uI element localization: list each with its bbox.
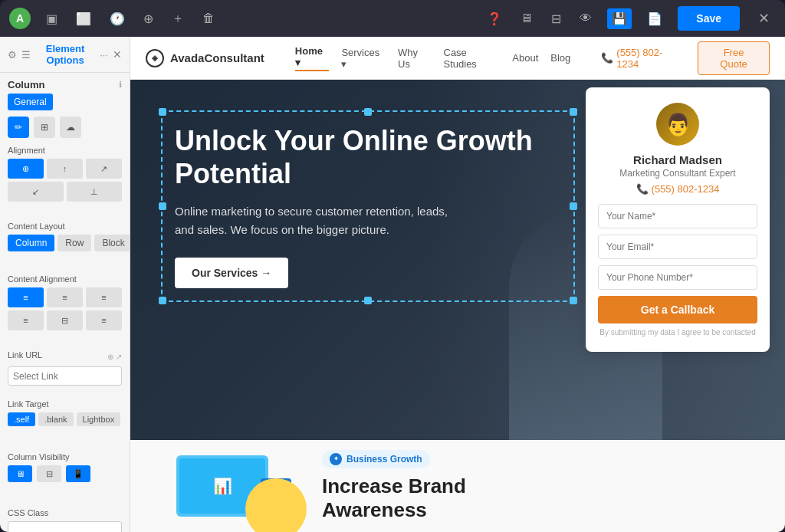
help-icon[interactable]: ❓ (484, 8, 505, 29)
bottom-illustration: 📊 (161, 448, 299, 524)
alignment-section: Alignment ⊕ ↑ ↗ ↙ ⊥ (0, 146, 130, 209)
close-editor-button[interactable]: ✕ (752, 7, 776, 30)
pages-icon[interactable]: ⬜ (73, 8, 94, 29)
content-align-spread[interactable]: ⊟ (47, 310, 83, 330)
panel-title: Element Options (35, 43, 95, 66)
align-bottom-left[interactable]: ↙ (8, 182, 64, 202)
save-button[interactable]: Save (678, 6, 740, 31)
toolbar-logo[interactable]: A (9, 8, 31, 29)
logo-text: AvadaConsultant (170, 51, 264, 64)
hero-cta-button[interactable]: Our Services → (175, 258, 288, 288)
top-toolbar: A ▣ ⬜ 🕐 ⊕ ＋ 🗑 ❓ 🖥 ⊟ 👁 💾 📄 Save ✕ (0, 0, 785, 37)
align-top-left[interactable]: ⊕ (8, 159, 44, 179)
handle-top-right[interactable] (570, 108, 577, 116)
link-url-section: Link URL ⊕ ↗ 🔗 (0, 350, 130, 399)
section-info-icon[interactable]: ℹ (119, 80, 122, 90)
tab-icon-pen[interactable]: ✏ (8, 117, 29, 138)
alignment-label: Alignment (8, 146, 122, 155)
hero-title: Unlock Your Online Growth Potential (175, 124, 561, 190)
align-top-right[interactable]: ↗ (86, 159, 122, 179)
handle-top-left[interactable] (159, 108, 166, 116)
panel-more-button[interactable]: ··· (100, 49, 108, 61)
tab-general[interactable]: General (8, 94, 53, 110)
nav-phone: 📞 (555) 802-1234 (601, 47, 682, 70)
hero-subtitle: Online marketing to secure customer rete… (175, 202, 451, 239)
export-icon[interactable]: 📄 (644, 8, 665, 29)
nav-services[interactable]: Services ▾ (341, 47, 386, 70)
nav-home[interactable]: Home ▾ (295, 45, 330, 71)
target-self-btn[interactable]: .self (8, 412, 35, 426)
content-align-grid2: ≡ ⊟ ≡ (8, 310, 122, 330)
card-name-input[interactable] (598, 204, 757, 228)
handle-bottom-center[interactable] (364, 297, 372, 304)
align-bottom-right[interactable]: ⊥ (67, 182, 123, 202)
card-disclaimer: By submitting my data I agree to be cont… (598, 328, 757, 337)
layout-block-btn[interactable]: Block (94, 235, 130, 251)
handle-top-center[interactable] (364, 108, 372, 116)
hero-selected-box[interactable]: Unlock Your Online Growth Potential Onli… (161, 110, 575, 302)
consultant-title: Marketing Consultant Expert (598, 168, 757, 179)
handle-middle-left[interactable] (159, 202, 166, 210)
vis-tablet-btn[interactable]: ⊟ (37, 465, 61, 482)
panel-close-button[interactable]: ✕ (113, 48, 122, 61)
target-blank-btn[interactable]: .blank (38, 412, 73, 426)
handle-bottom-left[interactable] (159, 297, 166, 304)
card-callback-button[interactable]: Get a Callback (598, 296, 757, 323)
content-align-right[interactable]: ≡ (86, 287, 122, 307)
bottom-badge: ✦ Business Growth (322, 450, 430, 468)
save-draft-icon[interactable]: 💾 (607, 8, 632, 29)
content-alignment-section: Content Alignment ≡ ≡ ≡ ≡ ⊟ ≡ (0, 274, 130, 338)
tablet-icon[interactable]: ⊟ (548, 8, 564, 29)
css-class-input[interactable] (8, 521, 122, 532)
css-class-section: CSS Class (0, 508, 130, 532)
alignment-grid: ⊕ ↑ ↗ (8, 159, 122, 179)
vis-desktop-btn[interactable]: 🖥 (8, 465, 32, 482)
content-align-center[interactable]: ≡ (47, 287, 83, 307)
layers-icon[interactable]: ⊕ (140, 8, 156, 29)
card-phone-input[interactable] (598, 265, 757, 290)
target-lightbox-btn[interactable]: Lightbox (77, 412, 121, 426)
left-panel: ⚙ ☰ Element Options ··· ✕ Column ℹ Gener… (0, 37, 130, 532)
layout-row-btn[interactable]: Row (57, 235, 91, 251)
nav-why-us[interactable]: Why Us (398, 47, 431, 70)
layout-column-btn[interactable]: Column (8, 235, 54, 251)
alignment-row2: ↙ ⊥ (8, 182, 122, 202)
content-layout-label: Content Layout (8, 222, 122, 231)
nav-case-studies[interactable]: Case Studies (444, 47, 501, 70)
preview-icon[interactable]: 👁 (576, 8, 595, 28)
handle-middle-right[interactable] (570, 202, 577, 210)
site-navbar: ◈ AvadaConsultant Home ▾ Services ▾ Why … (130, 37, 785, 80)
link-url-input[interactable] (13, 371, 128, 382)
content-align-left[interactable]: ≡ (8, 287, 44, 307)
hero-section: Unlock Your Online Growth Potential Onli… (130, 80, 785, 440)
main-layout: ⚙ ☰ Element Options ··· ✕ Column ℹ Gener… (0, 37, 785, 532)
nav-about[interactable]: About (512, 52, 538, 64)
tab-icon-cloud[interactable]: ☁ (60, 117, 81, 138)
main-tabs-row: General (0, 94, 130, 110)
link-target-label: Link Target (8, 399, 122, 409)
add-element-icon[interactable]: ＋ (169, 8, 187, 30)
link-url-label-row: Link URL ⊕ ↗ (8, 350, 122, 363)
desktop-icon[interactable]: 🖥 (517, 8, 536, 28)
free-quote-button[interactable]: Free Quote (698, 41, 770, 75)
content-align-grid1: ≡ ≡ ≡ (8, 287, 122, 307)
vis-mobile-btn[interactable]: 📱 (66, 465, 90, 482)
nav-blog[interactable]: Blog (550, 52, 570, 64)
history-icon[interactable]: 🕐 (107, 8, 128, 29)
content-align-justify[interactable]: ≡ (8, 310, 44, 330)
delete-icon[interactable]: 🗑 (199, 8, 218, 28)
handle-bottom-right[interactable] (570, 297, 577, 304)
align-top-center[interactable]: ↑ (47, 159, 83, 179)
content-align-full[interactable]: ≡ (86, 310, 122, 330)
badge-icon: ✦ (330, 453, 342, 465)
link-url-actions[interactable]: ⊕ ↗ (107, 353, 122, 361)
consultant-avatar: 👨 (656, 103, 699, 146)
sidebar-toggle-icon[interactable]: ▣ (43, 8, 61, 29)
panel-list-icon[interactable]: ☰ (21, 49, 31, 61)
panel-gear-icon[interactable]: ⚙ (8, 49, 17, 61)
tab-icon-grid[interactable]: ⊞ (34, 117, 55, 138)
card-email-input[interactable] (598, 235, 757, 259)
link-target-section: Link Target .self .blank Lightbox (0, 399, 130, 440)
illus-circle (245, 478, 307, 532)
consultant-name: Richard Madsen (598, 153, 757, 166)
